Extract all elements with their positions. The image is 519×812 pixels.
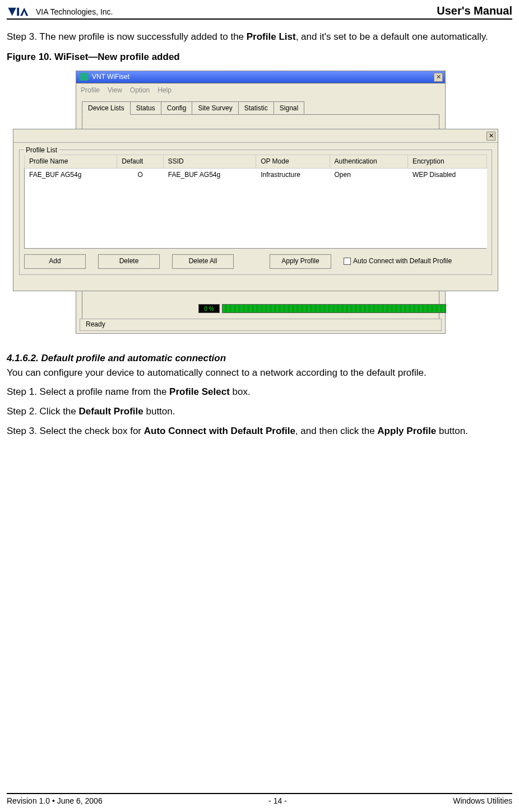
signal-percent: 0 % <box>198 304 220 313</box>
statusbar: Ready <box>80 319 442 331</box>
tab-site-survey[interactable]: Site Survey <box>192 101 238 115</box>
page-footer: Revision 1.0 • June 6, 2006 - 14 - Windo… <box>7 793 512 805</box>
menu-profile[interactable]: Profile <box>81 86 100 95</box>
table-row[interactable]: FAE_BUF AG54g O FAE_BUF AG54g Infrastruc… <box>25 168 487 181</box>
cell-enc: WEP Disabled <box>407 168 486 181</box>
screenshot: VNT WiFiset ✕ Profile View Option Help D… <box>7 67 512 336</box>
step2-post: button. <box>143 406 175 417</box>
dialog-close-icon[interactable]: ✕ <box>486 132 495 141</box>
step3-top: Step 3. The new profile is now successfu… <box>7 31 512 44</box>
section-intro: You can configure your device to automat… <box>7 367 512 380</box>
col-default[interactable]: Default <box>117 155 163 168</box>
figure-caption: Figure 10. WiFiset—New profile added <box>7 50 512 64</box>
profile-list-group: Profile List Profile Name Default SSID O… <box>19 150 492 275</box>
col-ssid[interactable]: SSID <box>163 155 256 168</box>
delete-all-button[interactable]: Delete All <box>172 254 234 269</box>
menu-option[interactable]: Option <box>130 86 150 95</box>
page-content: Step 3. The new profile is now successfu… <box>7 20 512 438</box>
step1: Step 1. Select a profile name from the P… <box>7 386 512 399</box>
col-profile-name[interactable]: Profile Name <box>25 155 117 168</box>
vnt-title-text: VNT WiFiset <box>92 72 129 82</box>
cell-default: O <box>117 168 163 181</box>
step1-bold: Profile Select <box>169 386 230 397</box>
cell-ssid: FAE_BUF AG54g <box>163 168 256 181</box>
step3-top-pre: Step 3. The new profile is now successfu… <box>7 31 247 42</box>
logo-group: VIA Technologies, Inc. <box>7 6 113 17</box>
footer-right: Windows Utilities <box>453 796 512 805</box>
step1-post: box. <box>230 386 251 397</box>
menu-help[interactable]: Help <box>157 86 172 95</box>
profile-table: Profile Name Default SSID OP Mode Authen… <box>24 155 487 249</box>
via-logo-icon <box>7 6 34 17</box>
step2: Step 2. Click the Default Profile button… <box>7 405 512 418</box>
step3-bold1: Auto Connect with Default Profile <box>144 426 295 436</box>
page-header: VIA Technologies, Inc. User's Manual <box>7 4 512 20</box>
step1-pre: Step 1. Select a profile name from the <box>7 386 169 397</box>
menu-view[interactable]: View <box>108 86 122 95</box>
col-auth[interactable]: Authentication <box>330 155 407 168</box>
footer-left: Revision 1.0 • June 6, 2006 <box>7 796 103 805</box>
vnt-titlebar: VNT WiFiset ✕ <box>76 71 445 83</box>
step3-post: button. <box>436 426 468 436</box>
company-name: VIA Technologies, Inc. <box>36 7 113 16</box>
button-row: Add Delete Delete All Apply Profile Auto… <box>24 254 487 269</box>
section-heading: 4.1.6.2. Default profile and automatic c… <box>7 352 512 365</box>
tab-signal[interactable]: Signal <box>274 101 304 115</box>
signal-bar <box>222 304 446 313</box>
tab-device-lists[interactable]: Device Lists <box>82 101 131 115</box>
auto-connect-option[interactable]: Auto Connect with Default Profile <box>344 256 452 266</box>
vnt-app-icon <box>80 73 89 81</box>
apply-profile-button[interactable]: Apply Profile <box>270 254 331 269</box>
manual-title: User's Manual <box>437 4 512 17</box>
step2-pre: Step 2. Click the <box>7 406 79 417</box>
cell-op: Infrastructure <box>256 168 330 181</box>
profile-list-bold: Profile List <box>247 31 296 42</box>
close-icon[interactable]: ✕ <box>434 73 443 82</box>
step3-bold2: Apply Profile <box>377 426 436 436</box>
col-encryption[interactable]: Encryption <box>407 155 486 168</box>
step2-bold: Default Profile <box>79 406 143 417</box>
add-button[interactable]: Add <box>24 254 86 269</box>
cell-auth: Open <box>330 168 407 181</box>
tab-statistic[interactable]: Statistic <box>238 101 274 115</box>
col-opmode[interactable]: OP Mode <box>256 155 330 168</box>
step3-pre: Step 3. Select the check box for <box>7 426 144 436</box>
cell-name: FAE_BUF AG54g <box>25 168 117 181</box>
profile-dialog: ✕ Profile List Profile Name Default SSID… <box>13 129 498 291</box>
footer-center: - 14 - <box>268 796 287 805</box>
tab-status[interactable]: Status <box>130 101 161 115</box>
vnt-menubar: Profile View Option Help <box>76 83 445 97</box>
step3-top-tail: , and it's set to be a default one autom… <box>296 31 488 42</box>
delete-button[interactable]: Delete <box>98 254 160 269</box>
svg-rect-0 <box>17 8 19 16</box>
auto-connect-label: Auto Connect with Default Profile <box>353 256 452 266</box>
step3: Step 3. Select the check box for Auto Co… <box>7 425 512 438</box>
step3-mid: , and then click the <box>295 426 377 436</box>
vnt-tabs: Device Lists Status Config Site Survey S… <box>76 97 445 115</box>
group-label: Profile List <box>24 146 59 155</box>
checkbox-icon[interactable] <box>344 258 351 265</box>
status-text: Ready <box>86 320 105 329</box>
tab-config[interactable]: Config <box>161 101 193 115</box>
